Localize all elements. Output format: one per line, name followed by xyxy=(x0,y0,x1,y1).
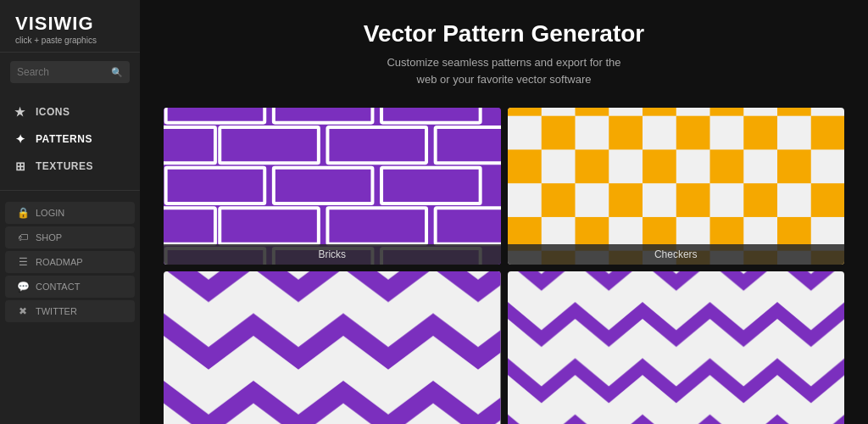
pattern-label-bricks: Bricks xyxy=(164,244,501,265)
pattern-label-checkers: Checkers xyxy=(508,244,845,265)
search-area: 🔍 xyxy=(0,53,140,92)
logo-area: VISIWIG click + paste graphics xyxy=(0,0,140,53)
patterns-icon: ✦ xyxy=(14,132,27,146)
logo-subtitle: click + paste graphics xyxy=(15,36,125,45)
bottom-nav: 🔒 LOGIN 🏷 SHOP ☰ ROADMAP 💬 CONTACT ✖ TWI… xyxy=(0,198,140,328)
nav-label-login: LOGIN xyxy=(36,208,64,218)
textures-icon: ⊞ xyxy=(14,159,27,173)
sidebar: VISIWIG click + paste graphics 🔍 ★ ICONS… xyxy=(0,0,140,424)
nav-label-textures: TEXTURES xyxy=(36,160,93,172)
nav-item-shop[interactable]: 🏷 SHOP xyxy=(5,226,135,248)
chat-icon: 💬 xyxy=(17,281,29,293)
list-icon: ☰ xyxy=(17,256,29,268)
search-input[interactable] xyxy=(10,61,130,83)
pattern-item-chevron1[interactable] xyxy=(164,271,501,424)
logo-title: VISIWIG xyxy=(15,14,125,34)
main-nav: ★ ICONS ✦ PATTERNS ⊞ TEXTURES xyxy=(0,92,140,187)
nav-item-textures[interactable]: ⊞ TEXTURES xyxy=(0,153,140,180)
nav-item-contact[interactable]: 💬 CONTACT xyxy=(5,276,135,298)
nav-label-twitter: TWITTER xyxy=(36,306,77,316)
nav-item-icons[interactable]: ★ ICONS xyxy=(0,98,140,126)
nav-item-roadmap[interactable]: ☰ ROADMAP xyxy=(5,251,135,273)
nav-label-patterns: PATTERNS xyxy=(36,133,92,145)
tag-icon: 🏷 xyxy=(17,232,29,243)
nav-item-login[interactable]: 🔒 LOGIN xyxy=(5,202,135,224)
page-subtitle: Customize seamless patterns and export f… xyxy=(164,54,844,87)
star-icon: ★ xyxy=(14,105,27,119)
page-title: Vector Pattern Generator xyxy=(164,20,844,47)
main-content: Vector Pattern Generator Customize seaml… xyxy=(140,0,868,424)
lock-icon: 🔒 xyxy=(17,207,29,219)
nav-label-icons: ICONS xyxy=(36,106,70,118)
nav-label-contact: CONTACT xyxy=(36,282,80,292)
svg-rect-29 xyxy=(508,271,845,424)
svg-rect-21 xyxy=(508,108,845,265)
nav-label-shop: SHOP xyxy=(36,232,62,243)
twitter-icon: ✖ xyxy=(17,305,29,317)
pattern-item-chevron2[interactable] xyxy=(508,271,845,424)
svg-rect-25 xyxy=(164,271,501,424)
main-header: Vector Pattern Generator Customize seaml… xyxy=(164,20,844,87)
nav-item-patterns[interactable]: ✦ PATTERNS xyxy=(0,126,140,153)
pattern-grid: Bricks Checkers xyxy=(164,108,844,424)
nav-label-roadmap: ROADMAP xyxy=(36,257,83,267)
nav-item-twitter[interactable]: ✖ TWITTER xyxy=(5,300,135,322)
sidebar-divider xyxy=(0,190,140,191)
pattern-item-bricks[interactable]: Bricks xyxy=(164,108,501,265)
pattern-item-checkers[interactable]: Checkers xyxy=(508,108,845,265)
